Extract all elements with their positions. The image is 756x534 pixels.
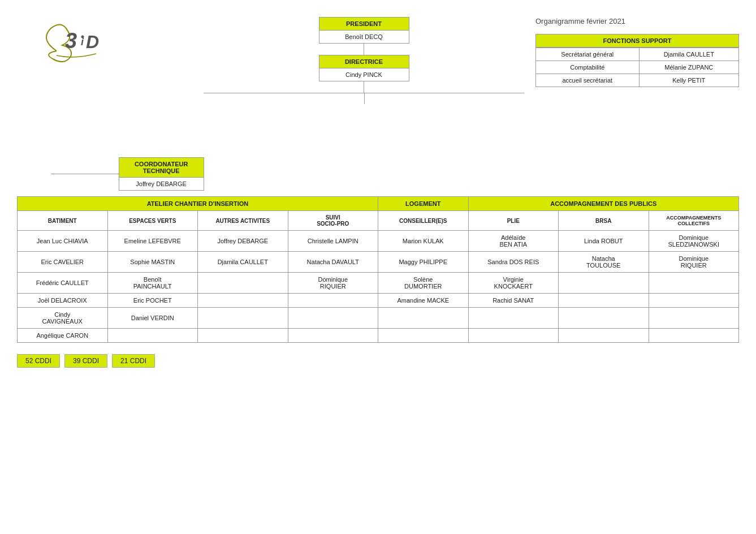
cddi-1: 52 CDDI <box>17 354 60 368</box>
table-row: Joël DELACROIX Eric POCHET Amandine MACK… <box>18 294 739 308</box>
col-header-row: BATIMENT ESPACES VERTS AUTRES ACTIVITES … <box>18 211 739 231</box>
main-org-grid: ATELIER CHANTIER D'INSERTION LOGEMENT AC… <box>17 196 739 343</box>
cddi-row: 52 CDDI 39 CDDI 21 CDDI <box>17 354 739 368</box>
cddi-3: 21 CDDI <box>112 354 155 368</box>
section-header-row: ATELIER CHANTIER D'INSERTION LOGEMENT AC… <box>18 197 739 211</box>
table-row: CindyCAVIGNEAUX Daniel VERDIN <box>18 308 739 329</box>
support-row-3: accueil secrétariat Kelly PETIT <box>536 74 739 87</box>
page: 3 i D COORDONATEUR TECHNIQUE <box>11 11 745 368</box>
table-row: Angélique CARON <box>18 329 739 343</box>
svg-text:D: D <box>86 32 99 52</box>
support-row-2: Comptabilité Mélanie ZUPANC <box>536 61 739 74</box>
coord-tech-box: COORDONATEUR TECHNIQUE Joffrey DEBARGE <box>119 157 204 191</box>
support-row-1: Secrétariat général Djamila CAULLET <box>536 48 739 61</box>
president-box: PRESIDENT Benoît DECQ <box>319 17 409 44</box>
organigramme-title: Organigramme février 2021 <box>535 17 739 25</box>
table-row: Eric CAVELIER Sophie MASTIN Djamila CAUL… <box>18 252 739 273</box>
table-row: Jean Luc CHIAVIA Emeline LEFEBVRE Joffre… <box>18 231 739 252</box>
cddi-2: 39 CDDI <box>64 354 107 368</box>
fonctions-support-header: FONCTIONS SUPPORT <box>535 34 739 48</box>
svg-text:3: 3 <box>65 29 77 53</box>
svg-point-3 <box>81 36 84 38</box>
directrice-box: DIRECTRICE Cindy PINCK <box>319 55 409 81</box>
logo: 3 i D <box>23 17 130 64</box>
support-table: Secrétariat général Djamila CAULLET Comp… <box>535 48 739 87</box>
table-row: Frédéric CAULLET BenoîtPAINCHAULT Domini… <box>18 273 739 294</box>
